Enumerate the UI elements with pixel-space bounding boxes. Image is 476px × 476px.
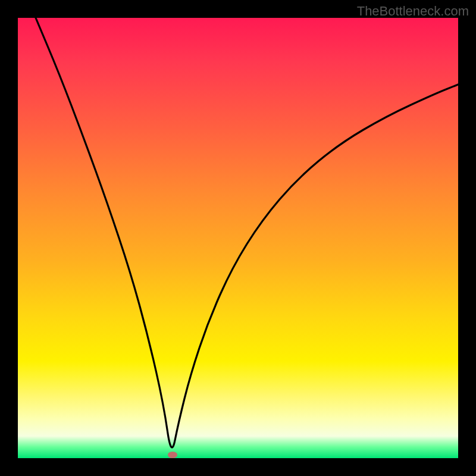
optimum-marker xyxy=(168,452,177,458)
bottleneck-curve xyxy=(18,18,458,458)
chart-container: TheBottleneck.com xyxy=(0,0,476,476)
plot-area xyxy=(18,18,458,458)
watermark-text: TheBottleneck.com xyxy=(357,4,469,19)
